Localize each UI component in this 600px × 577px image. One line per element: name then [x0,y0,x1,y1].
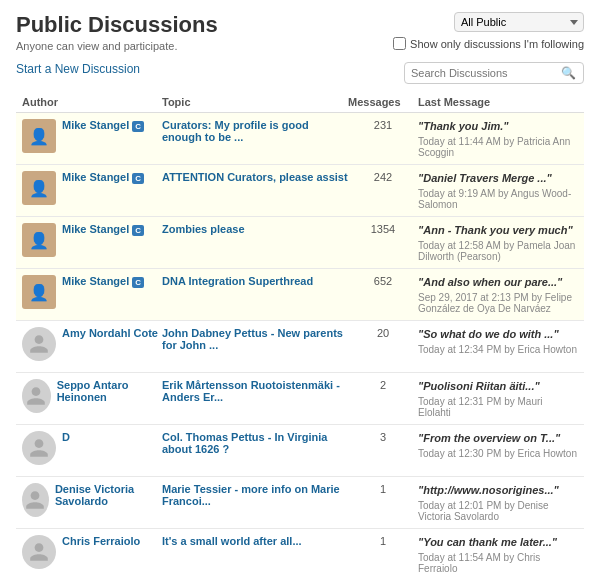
last-message-by: Today at 12:31 PM by Mauri Elolahti [418,396,578,418]
author-info: Amy Nordahl Cote [62,327,158,339]
topic-cell: ATTENTION Curators, please assist [162,171,348,183]
last-message-cell: "http://www.nosorigines..."Today at 12:0… [418,483,578,521]
avatar-face: 👤 [22,119,56,153]
author-cell: Amy Nordahl Cote [22,327,162,361]
last-message-quote: "You can thank me later..." [418,535,578,549]
messages-count: 20 [348,327,418,339]
last-message-cell: "Ann - Thank you very much"Today at 12:5… [418,223,578,261]
topic-link[interactable]: John Dabney Pettus - New parents for Joh… [162,327,343,351]
topic-link[interactable]: Curators: My profile is good enough to b… [162,119,309,143]
topic-link[interactable]: Zombies please [162,223,245,235]
topic-link[interactable]: Erik Mårtensson Ruotoistenmäki - Anders … [162,379,340,403]
last-message-quote: "http://www.nosorigines..." [418,483,578,497]
topic-link[interactable]: Marie Tessier - more info on Marie Franc… [162,483,340,507]
following-filter-checkbox[interactable] [393,37,406,50]
new-discussion-link[interactable]: Start a New Discussion [16,62,140,76]
discussions-table: Author Topic Messages Last Message 👤Mike… [16,92,584,577]
last-message-quote: "Ann - Thank you very much" [418,223,578,237]
last-message-by: Today at 12:01 PM by Denise Victoria Sav… [418,500,578,522]
topic-cell: John Dabney Pettus - New parents for Joh… [162,327,348,351]
page-title: Public Discussions [16,12,218,38]
topic-link[interactable]: DNA Integration Superthread [162,275,313,287]
author-name[interactable]: Denise Victoria Savolardo [55,483,162,507]
author-info: Mike StangelC [62,223,144,236]
author-cell: 👤Mike StangelC [22,119,162,153]
author-cell: Denise Victoria Savolardo [22,483,162,517]
author-name[interactable]: Mike StangelC [62,223,144,236]
messages-count: 231 [348,119,418,131]
topic-cell: Col. Thomas Pettus - In Virginia about 1… [162,431,348,455]
avatar-placeholder [22,535,56,569]
table-row: 👤Mike StangelCDNA Integration Superthrea… [16,269,584,321]
messages-count: 2 [348,379,418,391]
avatar-placeholder [22,379,51,413]
topic-link[interactable]: It's a small world after all... [162,535,302,547]
messages-count: 3 [348,431,418,443]
author-info: Mike StangelC [62,171,144,184]
avatar-face: 👤 [22,275,56,309]
last-message-quote: "And also when our pare..." [418,275,578,289]
last-message-by: Sep 29, 2017 at 2:13 PM by Felipe Gonzál… [418,292,578,314]
author-name[interactable]: Amy Nordahl Cote [62,327,158,339]
author-cell: Chris Ferraiolo [22,535,162,569]
author-info: D [62,431,70,443]
avatar: 👤 [22,171,56,205]
avatar-face: 👤 [22,171,56,205]
search-input[interactable] [411,67,561,79]
author-cell: 👤Mike StangelC [22,223,162,257]
avatar: 👤 [22,275,56,309]
table-header: Author Topic Messages Last Message [16,92,584,113]
messages-count: 1 [348,483,418,495]
topic-link[interactable]: ATTENTION Curators, please assist [162,171,348,183]
last-message-by: Today at 11:54 AM by Chris Ferraiolo [418,552,578,574]
last-message-cell: "You can thank me later..."Today at 11:5… [418,535,578,573]
author-cell: Seppo Antaro Heinonen [22,379,162,413]
topic-header: Topic [162,96,348,108]
table-row: Amy Nordahl CoteJohn Dabney Pettus - New… [16,321,584,373]
following-filter-label[interactable]: Show only discussions I'm following [393,37,584,50]
curator-badge: C [132,173,144,184]
last-message-by: Today at 12:58 AM by Pamela Joan Dilwort… [418,240,578,262]
avatar-placeholder [22,483,49,517]
avatar-placeholder [22,431,56,465]
author-name[interactable]: D [62,431,70,443]
table-row: 👤Mike StangelCATTENTION Curators, please… [16,165,584,217]
title-area: Public Discussions Anyone can view and p… [16,12,218,52]
messages-count: 652 [348,275,418,287]
author-info: Mike StangelC [62,119,144,132]
visibility-filter[interactable]: All Public My Discussions Following [454,12,584,32]
filter-controls: All Public My Discussions Following Show… [393,12,584,50]
topic-cell: Zombies please [162,223,348,235]
messages-header: Messages [348,96,418,108]
author-cell: 👤Mike StangelC [22,171,162,205]
avatar-placeholder [22,327,56,361]
topic-cell: Erik Mårtensson Ruotoistenmäki - Anders … [162,379,348,403]
last-message-cell: "Thank you Jim."Today at 11:44 AM by Pat… [418,119,578,157]
last-message-cell: "And also when our pare..."Sep 29, 2017 … [418,275,578,313]
table-row: Chris FerraioloIt's a small world after … [16,529,584,577]
curator-badge: C [132,277,144,288]
author-name[interactable]: Mike StangelC [62,171,144,184]
author-name[interactable]: Mike StangelC [62,119,144,132]
author-name[interactable]: Seppo Antaro Heinonen [57,379,162,403]
author-name[interactable]: Mike StangelC [62,275,144,288]
avatar-face: 👤 [22,223,56,257]
last-message-cell: "From the overview on T..."Today at 12:3… [418,431,578,458]
author-info: Denise Victoria Savolardo [55,483,162,507]
author-info: Chris Ferraiolo [62,535,140,547]
table-row: Seppo Antaro HeinonenErik Mårtensson Ruo… [16,373,584,425]
topic-link[interactable]: Col. Thomas Pettus - In Virginia about 1… [162,431,327,455]
messages-count: 1 [348,535,418,547]
avatar: 👤 [22,223,56,257]
author-info: Mike StangelC [62,275,144,288]
last-message-by: Today at 12:34 PM by Erica Howton [418,344,578,355]
page-subtitle: Anyone can view and participate. [16,40,218,52]
last-message-header: Last Message [418,96,578,108]
author-cell: D [22,431,162,465]
last-message-cell: "So what do we do with ..."Today at 12:3… [418,327,578,354]
messages-count: 242 [348,171,418,183]
author-name[interactable]: Chris Ferraiolo [62,535,140,547]
last-message-by: Today at 12:30 PM by Erica Howton [418,448,578,459]
curator-badge: C [132,121,144,132]
topic-cell: DNA Integration Superthread [162,275,348,287]
